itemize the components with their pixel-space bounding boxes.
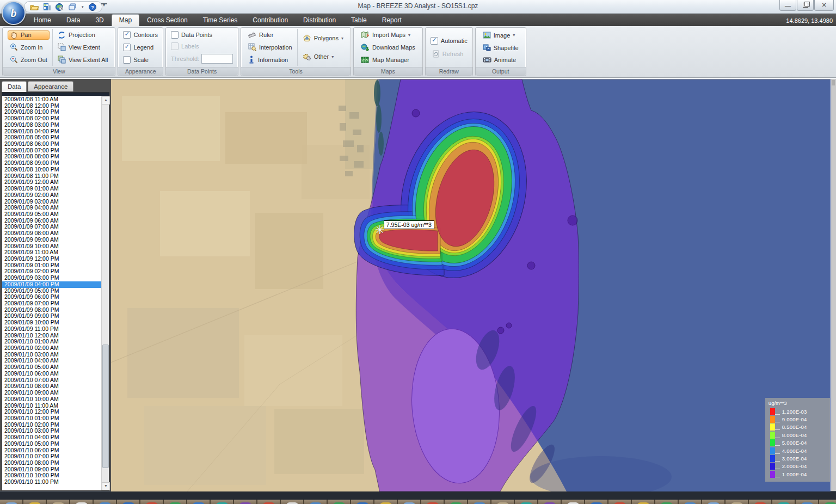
taskbar-item[interactable]: [421, 500, 445, 504]
list-item[interactable]: 2009/01/10 08:00 PM: [2, 460, 102, 466]
labels-checkbox[interactable]: Labels: [171, 42, 233, 50]
taskbar-item[interactable]: [164, 500, 187, 504]
tab-distribution[interactable]: Distribution: [296, 14, 343, 26]
taskbar-item[interactable]: [819, 500, 836, 504]
list-item[interactable]: 2009/01/10 05:00 PM: [2, 441, 102, 447]
list-item[interactable]: 2009/01/10 06:00 AM: [2, 371, 102, 377]
taskbar-item[interactable]: [538, 500, 562, 504]
taskbar-item[interactable]: [468, 500, 491, 504]
shapefile-button[interactable]: Shapefile: [481, 44, 521, 52]
view-extent-button[interactable]: View Extent: [56, 42, 110, 52]
list-item[interactable]: 2009/01/08 11:00 AM: [2, 96, 102, 103]
list-item[interactable]: 2009/01/08 06:00 PM: [2, 141, 102, 147]
threshold-input[interactable]: [201, 54, 233, 64]
data-points-checkbox[interactable]: Data Points: [171, 31, 233, 39]
taskbar-item[interactable]: [702, 500, 726, 504]
taskbar-item[interactable]: [211, 500, 234, 504]
scrollbar-thumb[interactable]: [102, 345, 109, 468]
close-button[interactable]: ✕: [814, 0, 834, 11]
tab-contribution[interactable]: Contribution: [245, 14, 296, 26]
taskbar-item[interactable]: [328, 500, 351, 504]
list-item[interactable]: 2009/01/09 05:00 AM: [2, 211, 102, 218]
information-button[interactable]: Information: [246, 55, 294, 64]
contours-checkbox[interactable]: ✓Contours: [123, 31, 158, 39]
taskbar-item[interactable]: [679, 500, 702, 504]
polygons-button[interactable]: Polygons▾: [300, 34, 346, 43]
panel-tab-data[interactable]: Data: [2, 81, 27, 92]
list-item[interactable]: 2009/01/09 12:00 PM: [2, 256, 102, 262]
taskbar-item[interactable]: [726, 500, 749, 504]
import-maps-button[interactable]: Import Maps▾: [359, 30, 417, 39]
list-item[interactable]: 2009/01/10 10:00 AM: [2, 396, 102, 403]
image-button[interactable]: Image▾: [481, 31, 521, 39]
scale-checkbox[interactable]: Scale: [123, 56, 158, 64]
taskbar-item[interactable]: [562, 500, 585, 504]
tab-home[interactable]: Home: [26, 14, 59, 26]
taskbar-item[interactable]: [140, 500, 164, 504]
list-item[interactable]: 2009/01/08 03:00 PM: [2, 122, 102, 128]
list-item[interactable]: 2009/01/10 01:00 PM: [2, 415, 102, 422]
taskbar-item[interactable]: [351, 500, 374, 504]
taskbar-item[interactable]: [94, 500, 117, 504]
tab-time-series[interactable]: Time Series: [195, 14, 245, 26]
pan-button[interactable]: Pan: [8, 30, 50, 40]
taskbar-item[interactable]: [234, 500, 257, 504]
scroll-down-icon[interactable]: ▼: [102, 482, 110, 490]
map-viewport[interactable]: 7.95E-03 ug/m**3 ✳ ug/m**3 1.200E-039.00…: [111, 79, 831, 491]
taskbar-item[interactable]: [398, 500, 421, 504]
taskbar-item[interactable]: [257, 500, 281, 504]
taskbar-item[interactable]: [772, 500, 796, 504]
view-extent-all-button[interactable]: View Extent All: [56, 55, 110, 64]
taskbar-item[interactable]: [0, 500, 23, 504]
list-item[interactable]: 2009/01/08 10:00 PM: [2, 167, 102, 173]
projection-button[interactable]: Projection: [56, 30, 110, 40]
right-splitter[interactable]: [831, 79, 836, 491]
taskbar-item[interactable]: [491, 500, 515, 504]
map-manager-button[interactable]: Map Manager: [359, 56, 417, 64]
list-item[interactable]: 2009/01/09 04:00 PM: [2, 281, 102, 288]
taskbar-item[interactable]: [23, 500, 47, 504]
taskbar-item[interactable]: [585, 500, 608, 504]
list-item[interactable]: 2009/01/09 07:00 PM: [2, 300, 102, 307]
interpolation-button[interactable]: Interpolation: [246, 42, 294, 52]
taskbar-item[interactable]: [117, 500, 140, 504]
taskbar-item[interactable]: [187, 500, 211, 504]
list-item[interactable]: 2009/01/09 09:00 AM: [2, 237, 102, 243]
taskbar-item[interactable]: [445, 500, 468, 504]
taskbar-item[interactable]: [515, 500, 538, 504]
tab-data[interactable]: Data: [59, 14, 88, 26]
zoom-in-button[interactable]: Zoom In: [8, 42, 50, 52]
list-item[interactable]: 2009/01/09 11:00 PM: [2, 326, 102, 333]
list-item[interactable]: 2009/01/10 02:00 AM: [2, 345, 102, 352]
tab-map[interactable]: Map: [112, 14, 139, 26]
download-maps-button[interactable]: Download Maps: [359, 43, 417, 52]
list-scrollbar[interactable]: ▲ ▼: [101, 96, 109, 490]
automatic-checkbox[interactable]: ✓Automatic: [431, 37, 468, 45]
ruler-button[interactable]: Ruler: [246, 30, 294, 40]
list-item[interactable]: 2009/01/10 11:00 PM: [2, 479, 102, 485]
list-item[interactable]: 2009/01/09 02:00 AM: [2, 192, 102, 199]
panel-tab-appearance[interactable]: Appearance: [28, 81, 73, 91]
animate-button[interactable]: Animate: [481, 56, 521, 64]
taskbar-item[interactable]: [632, 500, 655, 504]
restore-button[interactable]: [797, 0, 814, 11]
taskbar-item[interactable]: [70, 500, 94, 504]
minimize-button[interactable]: —: [779, 0, 796, 11]
other-button[interactable]: Other▾: [300, 52, 346, 62]
taskbar-item[interactable]: [749, 500, 772, 504]
taskbar-item[interactable]: [796, 500, 819, 504]
taskbar-item[interactable]: [655, 500, 679, 504]
taskbar-item[interactable]: [374, 500, 398, 504]
scroll-up-icon[interactable]: ▲: [102, 96, 110, 105]
tab-table[interactable]: Table: [343, 14, 374, 26]
zoom-out-button[interactable]: Zoom Out: [8, 55, 50, 64]
tab-report[interactable]: Report: [374, 14, 409, 26]
taskbar-item[interactable]: [47, 500, 70, 504]
taskbar-item[interactable]: [304, 500, 328, 504]
app-logo-button[interactable]: b: [2, 1, 26, 25]
refresh-button[interactable]: Refresh: [431, 50, 468, 58]
legend-checkbox[interactable]: ✓Legend: [123, 44, 158, 51]
taskbar-item[interactable]: [281, 500, 304, 504]
tab-3d[interactable]: 3D: [88, 14, 111, 26]
taskbar-item[interactable]: [608, 500, 632, 504]
